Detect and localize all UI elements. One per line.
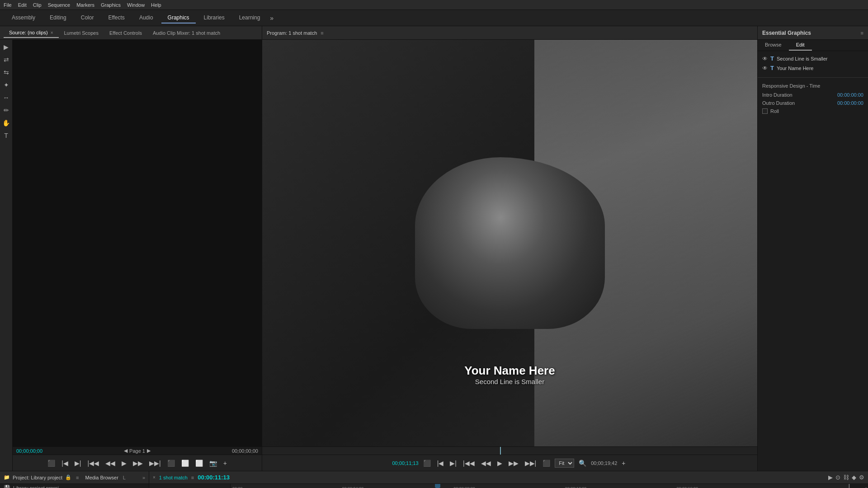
workspace-more-button[interactable]: »: [270, 14, 274, 22]
source-time-left: 00;00;00;00: [16, 448, 42, 454]
source-fwd-5[interactable]: ▶▶|: [147, 459, 163, 468]
prog-fwd-5[interactable]: ▶▶|: [523, 459, 538, 468]
eg-intro-value[interactable]: 00:00:00:00: [837, 92, 863, 98]
tool-select[interactable]: ▶: [3, 42, 9, 52]
menu-help[interactable]: Help: [151, 2, 161, 8]
eg-tab-browse[interactable]: Browse: [758, 40, 789, 51]
menu-markers[interactable]: Markers: [76, 2, 94, 8]
tl-tool-settings[interactable]: ⚙: [859, 474, 864, 481]
tab-learning[interactable]: Learning: [233, 13, 267, 23]
eg-roll-checkbox[interactable]: [762, 108, 768, 114]
source-camera[interactable]: 📷: [208, 459, 219, 468]
source-play-fwd[interactable]: ▶▶: [131, 459, 145, 468]
source-page-control: ◀ Page 1 ▶: [124, 448, 151, 454]
tab-assembly[interactable]: Assembly: [5, 13, 42, 23]
timeline-menu-icon[interactable]: ≡: [191, 475, 194, 480]
eg-responsive-title: Responsive Design - Time: [762, 83, 863, 89]
tl-tool-snap[interactable]: ⊙: [835, 474, 840, 481]
menu-sequence[interactable]: Sequence: [48, 2, 71, 8]
prog-play-fwd[interactable]: ▶▶: [507, 459, 520, 468]
prog-next-frame[interactable]: ▶|: [448, 459, 458, 468]
menu-graphics[interactable]: Graphics: [101, 2, 121, 8]
source-monitor: 00;00;00;00 ◀ Page 1 ▶ 00;00;00;00 ⬛ |◀ …: [13, 40, 262, 471]
tab-audio[interactable]: Audio: [133, 13, 160, 23]
eg-outro-duration-row: Outro Duration 00:00:00:00: [762, 100, 863, 106]
tab-source-clips[interactable]: Source: (no clips) ×: [4, 28, 59, 38]
eg-tab-edit[interactable]: Edit: [789, 40, 812, 51]
tl-tool-marker[interactable]: ◆: [852, 474, 856, 481]
prog-mark-out[interactable]: ⬛: [541, 459, 552, 468]
prog-back-5[interactable]: |◀◀: [461, 459, 476, 468]
eg-roll-label: Roll: [770, 108, 779, 114]
program-monitor-title: Program: 1 shot match: [267, 30, 317, 36]
tab-effect-controls[interactable]: Effect Controls: [104, 28, 147, 38]
tool-slip[interactable]: ↔: [2, 93, 10, 102]
source-mark-in[interactable]: ⬛: [46, 459, 57, 468]
source-add[interactable]: +: [222, 459, 229, 468]
tool-brush[interactable]: ✏: [3, 106, 10, 115]
tool-pen[interactable]: ✦: [3, 80, 10, 89]
eg-layers-panel: 👁 T Second Line is Smaller 👁 T Your Name…: [758, 51, 868, 75]
menu-file[interactable]: File: [4, 2, 12, 8]
main-area: Source: (no clips) × Lumetri Scopes Effe…: [0, 26, 868, 471]
prog-play[interactable]: ▶: [495, 459, 504, 468]
program-video-content: [262, 40, 757, 446]
source-overwrite[interactable]: ⬜: [193, 459, 205, 468]
fit-dropdown[interactable]: Fit: [555, 459, 574, 468]
tab-graphics[interactable]: Graphics: [161, 13, 196, 23]
media-browser-toggle[interactable]: L: [123, 475, 126, 480]
source-back-5[interactable]: |◀◀: [85, 459, 101, 468]
eg-menu-icon[interactable]: ≡: [861, 30, 863, 36]
program-monitor-video: Your Name Here Second Line is Smaller: [262, 40, 757, 446]
media-browser-label[interactable]: Media Browser: [85, 475, 118, 480]
prog-play-back[interactable]: ◀◀: [479, 459, 493, 468]
level-0: 0: [851, 486, 867, 488]
tl-tool-select[interactable]: ▶: [828, 474, 833, 481]
tool-hand[interactable]: ✋: [1, 118, 11, 127]
source-next-frame[interactable]: ▶|: [73, 459, 83, 468]
essential-graphics-panel: Essential Graphics ≡ Browse Edit 👁 T Sec…: [757, 26, 868, 471]
menu-window[interactable]: Window: [127, 2, 145, 8]
source-play-back[interactable]: ◀◀: [104, 459, 117, 468]
eg-layer-type-1: T: [770, 55, 774, 62]
prog-add[interactable]: +: [620, 459, 627, 468]
eg-layer-visibility-2[interactable]: 👁: [762, 65, 768, 71]
eg-outro-value[interactable]: 00:00:00:00: [837, 100, 863, 106]
eg-roll-row: Roll: [762, 108, 863, 114]
timecode-2: 00;00;08;00: [453, 486, 475, 488]
tool-text[interactable]: T: [3, 131, 9, 140]
source-play[interactable]: ▶: [120, 459, 128, 468]
source-mark-out[interactable]: ⬛: [165, 459, 177, 468]
eg-layer-your-name[interactable]: 👁 T Your Name Here: [758, 63, 868, 73]
tool-rolling[interactable]: ⇆: [3, 68, 10, 77]
prog-prev-frame[interactable]: |◀: [435, 459, 446, 468]
source-insert[interactable]: ⬜: [179, 459, 191, 468]
source-page-prev[interactable]: ◀: [124, 448, 127, 454]
eg-layer-second-line[interactable]: 👁 T Second Line is Smaller: [758, 54, 868, 63]
program-monitor-menu[interactable]: ≡: [321, 30, 323, 36]
tab-lumetri-scopes[interactable]: Lumetri Scopes: [59, 28, 104, 38]
tab-editing[interactable]: Editing: [43, 13, 73, 23]
audio-level-meter: 0 -6 -12 -18 -24 -30 -36 -42 -48 -54 $ $: [850, 484, 868, 488]
timeline-close[interactable]: ×: [153, 475, 156, 480]
tab-color[interactable]: Color: [75, 13, 100, 23]
prog-magnify[interactable]: 🔍: [577, 459, 588, 468]
timeline-header: × 1 shot match ≡ 00:00:11:13 ▶ ⊙ ⛓ ◆ ⚙: [149, 471, 868, 484]
source-page-next[interactable]: ▶: [147, 448, 151, 454]
menu-edit[interactable]: Edit: [18, 2, 27, 8]
program-timebar[interactable]: [262, 446, 757, 455]
program-time-total: 00;00;19;42: [591, 460, 617, 466]
source-monitor-tabs: Source: (no clips) × Lumetri Scopes Effe…: [0, 26, 262, 40]
tool-ripple[interactable]: ⇄: [3, 55, 10, 64]
menu-clip[interactable]: Clip: [33, 2, 42, 8]
eg-layer-visibility-1[interactable]: 👁: [762, 56, 768, 62]
tab-audio-clip-mixer[interactable]: Audio Clip Mixer: 1 shot match: [147, 28, 226, 38]
source-prev-frame[interactable]: |◀: [60, 459, 70, 468]
project-panel-expand[interactable]: »: [142, 475, 145, 480]
project-list-icon[interactable]: ≡: [76, 475, 79, 480]
tab-libraries[interactable]: Libraries: [198, 13, 231, 23]
tl-tool-link[interactable]: ⛓: [843, 474, 849, 481]
prog-mark-in[interactable]: ⬛: [421, 459, 433, 468]
tab-effects[interactable]: Effects: [102, 13, 131, 23]
source-timebar: 00;00;00;00 ◀ Page 1 ▶ 00;00;00;00: [13, 446, 262, 455]
